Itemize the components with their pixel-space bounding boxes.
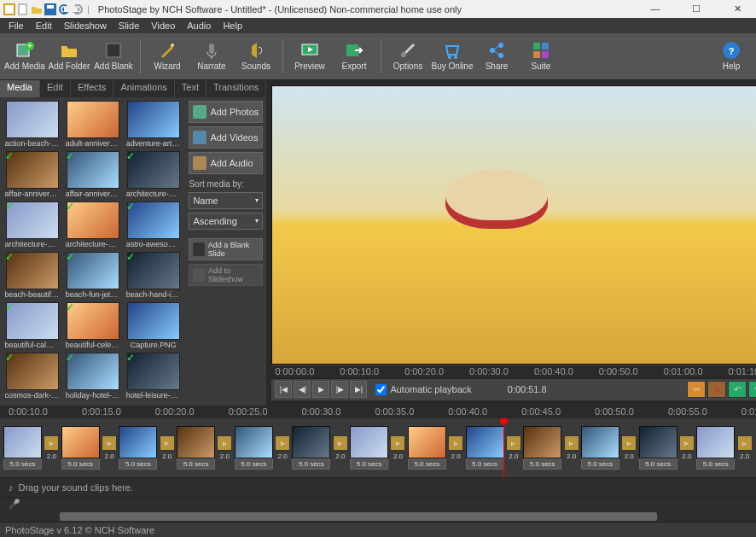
timeline-scrollbar[interactable]	[0, 511, 756, 522]
media-thumb[interactable]: hotel-leisure-palm-...	[125, 353, 182, 400]
next-clip-button[interactable]: ▶|	[350, 381, 367, 398]
suite-button[interactable]: Suite	[520, 36, 562, 77]
timeline[interactable]: 5.0 secs▹2.05.0 secs▹2.05.0 secs▹2.05.0 …	[0, 418, 756, 476]
wizard-button[interactable]: Wizard	[146, 36, 189, 77]
add-media-button[interactable]: +Add Media	[3, 36, 46, 77]
add-videos-button[interactable]: Add Videos	[189, 126, 263, 149]
prev-clip-button[interactable]: |◀	[275, 381, 292, 398]
menu-help[interactable]: Help	[218, 20, 247, 32]
maximize-button[interactable]: ☐	[681, 3, 712, 15]
help-button[interactable]: ?Help	[710, 36, 753, 77]
transition[interactable]: ▹2.0	[275, 431, 291, 464]
minimize-button[interactable]: —	[640, 3, 671, 15]
cut-button[interactable]: ✂	[687, 381, 706, 398]
timeline-clip[interactable]: 5.0 secs	[581, 426, 619, 470]
timeline-clip[interactable]: 5.0 secs	[235, 426, 273, 470]
media-grid[interactable]: action-beach-care...adult-anniversary...…	[0, 97, 185, 406]
redo-icon[interactable]	[72, 3, 84, 15]
tab-edit[interactable]: Edit	[40, 80, 71, 97]
media-thumb[interactable]: adult-anniversary...	[64, 101, 121, 148]
media-thumb[interactable]: affair-anniversary...	[3, 151, 61, 198]
media-thumb[interactable]: beach-hand-ice-cr...	[125, 252, 182, 299]
audio-track[interactable]: ♪ Drag your sound clips here.	[0, 477, 756, 497]
sounds-button[interactable]: Sounds	[235, 36, 277, 77]
step-fwd-button[interactable]: |▶	[331, 381, 348, 398]
add-photos-button[interactable]: Add Photos	[189, 101, 263, 123]
media-thumb[interactable]: adventure-art-ball...	[125, 101, 182, 148]
share-button[interactable]: Share	[475, 36, 518, 77]
delete-button[interactable]: ✕	[707, 381, 726, 398]
media-thumb[interactable]: beautiful-celebrati...	[64, 302, 121, 349]
media-thumb[interactable]: cosmos-dark-eveni...	[3, 353, 61, 400]
timeline-clip[interactable]: 5.0 secs	[3, 426, 42, 470]
transition[interactable]: ▹2.0	[563, 431, 579, 464]
narrate-button[interactable]: Narrate	[190, 36, 233, 77]
menu-slideshow[interactable]: Slideshow	[59, 20, 112, 32]
timeline-clip[interactable]: 5.0 secs	[408, 426, 446, 470]
media-thumb[interactable]: architecture-buildi...	[64, 201, 121, 248]
media-thumb[interactable]: beach-beautiful-bi...	[3, 252, 61, 299]
open-icon[interactable]	[31, 3, 43, 15]
timeline-clip[interactable]: 5.0 secs	[523, 426, 561, 470]
narration-track[interactable]: 🎤	[0, 497, 756, 511]
media-thumb[interactable]: affair-anniversary-...	[64, 151, 121, 198]
timeline-clip[interactable]: 5.0 secs	[292, 426, 330, 470]
tab-transitions[interactable]: Transitions	[206, 80, 266, 97]
media-thumb[interactable]: astro-awesome-bl...	[125, 201, 182, 248]
undo-icon[interactable]	[58, 3, 70, 15]
menu-edit[interactable]: Edit	[31, 20, 57, 32]
step-back-button[interactable]: ◀|	[294, 381, 311, 398]
media-thumb[interactable]: beach-fun-jet-ski-...	[64, 252, 121, 299]
transition[interactable]: ▹2.0	[102, 431, 118, 464]
menu-file[interactable]: File	[3, 20, 29, 32]
tab-media[interactable]: Media	[0, 80, 40, 97]
options-button[interactable]: Options	[387, 36, 429, 77]
timeline-clip[interactable]: 5.0 secs	[466, 426, 504, 470]
export-button[interactable]: Export	[333, 36, 375, 77]
transition[interactable]: ▹2.0	[390, 431, 406, 464]
menu-audio[interactable]: Audio	[182, 20, 216, 32]
transition[interactable]: ▹2.0	[621, 431, 637, 464]
sort-order-select[interactable]: Ascending	[189, 213, 263, 230]
save-icon[interactable]	[44, 3, 56, 15]
add-to-slideshow-button[interactable]: Add to Slideshow	[189, 264, 263, 286]
menu-video[interactable]: Video	[146, 20, 180, 32]
media-thumb[interactable]: action-beach-care...	[3, 101, 61, 148]
transition[interactable]: ▹2.0	[332, 431, 348, 464]
timeline-clip[interactable]: 5.0 secs	[177, 426, 215, 470]
tab-animations[interactable]: Animations	[113, 80, 174, 97]
play-button[interactable]: ▶	[312, 381, 329, 398]
media-thumb[interactable]: architecture-barg...	[3, 201, 61, 248]
add-audio-button[interactable]: Add Audio	[189, 152, 263, 174]
menu-slide[interactable]: Slide	[113, 20, 144, 32]
redo-button[interactable]: ↷	[748, 381, 756, 398]
transition[interactable]: ▹2.0	[506, 431, 522, 464]
add-blank-button[interactable]: Add Blank	[92, 36, 135, 77]
tab-effects[interactable]: Effects	[71, 80, 113, 97]
timeline-clip[interactable]: 5.0 secs	[119, 426, 157, 470]
add-blank-slide-button[interactable]: Add a Blank Slide	[189, 238, 263, 260]
add-folder-button[interactable]: Add Folder	[48, 36, 90, 77]
auto-playback-checkbox[interactable]: Automatic playback	[375, 384, 471, 395]
media-thumb[interactable]: Capture.PNG	[125, 302, 182, 349]
tab-text[interactable]: Text	[175, 80, 206, 97]
undo-button[interactable]: ↶	[728, 381, 747, 398]
transition[interactable]: ▹2.0	[736, 431, 753, 464]
timeline-clip[interactable]: 5.0 secs	[61, 426, 100, 470]
media-thumb[interactable]: holiday-hotel-las-v...	[64, 353, 121, 400]
transition[interactable]: ▹2.0	[217, 431, 233, 464]
timeline-clip[interactable]: 5.0 secs	[350, 426, 388, 470]
timeline-clip[interactable]: 5.0 secs	[696, 426, 735, 470]
transition[interactable]: ▹2.0	[448, 431, 464, 464]
media-thumb[interactable]: beautiful-calm-clo...	[3, 302, 61, 349]
buy-online-button[interactable]: Buy Online	[431, 36, 474, 77]
transition[interactable]: ▹2.0	[44, 431, 60, 464]
timeline-clip[interactable]: 5.0 secs	[639, 426, 677, 470]
preview-button[interactable]: Preview	[288, 36, 331, 77]
playhead[interactable]	[503, 418, 504, 476]
sort-field-select[interactable]: Name	[189, 192, 263, 209]
preview-ruler[interactable]: 0:00:00.00:00:10.00:00:20.00:00:30.00:00…	[271, 365, 756, 378]
media-thumb[interactable]: architecture-ballo...	[125, 151, 182, 198]
transition[interactable]: ▹2.0	[679, 431, 695, 464]
transition[interactable]: ▹2.0	[159, 431, 175, 464]
